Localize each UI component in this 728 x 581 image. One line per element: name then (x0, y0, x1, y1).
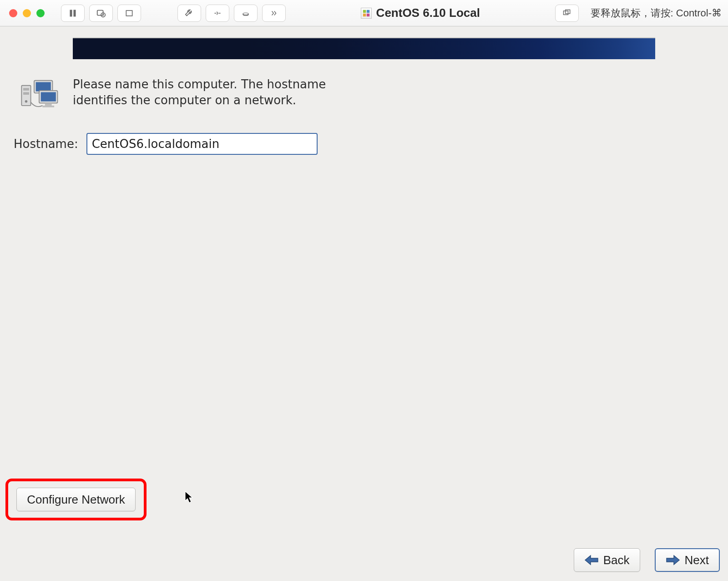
hostname-intro-text: Please name this computer. The hostname … (73, 76, 328, 113)
window-stack-icon (562, 9, 572, 18)
hostname-input[interactable] (86, 133, 318, 155)
pause-icon (68, 9, 77, 18)
svg-rect-20 (45, 103, 52, 106)
vm-control-group (61, 5, 141, 22)
fullscreen-button[interactable] (117, 5, 141, 22)
vm-title: CentOS 6.10 Local (361, 6, 480, 20)
vm-title-text: CentOS 6.10 Local (376, 6, 480, 20)
svg-rect-9 (366, 13, 369, 16)
svg-rect-8 (363, 13, 365, 16)
arrow-left-icon (584, 554, 599, 566)
hostname-label: Hostname: (14, 137, 78, 151)
network-computers-icon (18, 76, 60, 113)
snapshot-button[interactable] (89, 5, 113, 22)
more-devices-button[interactable] (262, 5, 286, 22)
svg-rect-13 (23, 88, 29, 91)
next-label: Next (685, 553, 709, 567)
window-traffic-lights (9, 9, 45, 17)
disk-icon (241, 9, 251, 17)
close-window-button[interactable] (9, 9, 17, 17)
chevrons-right-icon (269, 9, 278, 17)
send-key-button[interactable] (206, 5, 229, 22)
minimize-window-button[interactable] (23, 9, 31, 17)
svg-point-15 (25, 100, 28, 103)
svg-rect-17 (36, 82, 51, 91)
window-list-button[interactable] (555, 5, 579, 22)
vm-devices-group (177, 5, 286, 22)
svg-rect-10 (563, 11, 568, 15)
svg-rect-0 (70, 10, 72, 16)
release-mouse-hint: 要释放鼠标，请按: Control-⌘ (591, 6, 722, 20)
vm-tools-button[interactable] (177, 5, 201, 22)
installer-banner (73, 37, 655, 59)
arrow-right-icon (666, 554, 680, 566)
configure-network-button[interactable]: Configure Network (16, 488, 135, 511)
svg-point-5 (243, 13, 248, 15)
svg-rect-7 (366, 10, 369, 12)
zoom-window-button[interactable] (36, 9, 45, 17)
camera-snapshot-icon (96, 8, 106, 18)
disk-button[interactable] (234, 5, 258, 22)
svg-rect-19 (41, 92, 56, 101)
svg-rect-6 (363, 10, 365, 12)
guest-os-screen: Please name this computer. The hostname … (0, 26, 728, 581)
svg-rect-11 (565, 10, 570, 13)
svg-rect-14 (23, 92, 29, 95)
back-button[interactable]: Back (574, 548, 640, 572)
svg-rect-21 (42, 106, 54, 107)
hostname-intro: Please name this computer. The hostname … (18, 76, 410, 113)
back-label: Back (603, 553, 630, 567)
svg-rect-4 (126, 10, 132, 16)
wizard-nav: Back Next (574, 548, 720, 572)
rectangle-icon (125, 9, 134, 18)
wrench-icon (184, 8, 194, 18)
mouse-cursor-icon (185, 490, 194, 507)
next-button[interactable]: Next (655, 548, 720, 572)
pause-vm-button[interactable] (61, 5, 85, 22)
annotation-highlight: Configure Network (5, 479, 147, 520)
configure-network-label: Configure Network (27, 493, 125, 507)
vm-centos-icon (361, 8, 372, 19)
send-key-icon (212, 9, 222, 18)
window-titlebar: CentOS 6.10 Local 要释放鼠标，请按: Control-⌘ (0, 0, 728, 26)
hostname-row: Hostname: (14, 133, 318, 155)
svg-rect-1 (74, 10, 76, 16)
